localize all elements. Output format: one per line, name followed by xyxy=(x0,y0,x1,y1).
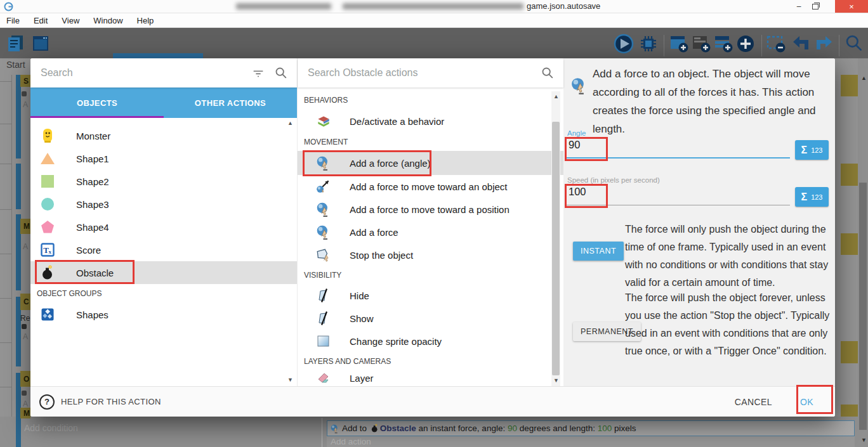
menu-edit[interactable]: Edit xyxy=(34,16,48,25)
tab-other-actions[interactable]: OTHER ACTIONS xyxy=(164,87,297,118)
action-text: pixels xyxy=(612,424,636,433)
toolbar-search-button[interactable] xyxy=(844,33,864,53)
event-text-fragment: A xyxy=(23,332,28,341)
actions-scrollbar-thumb[interactable] xyxy=(552,122,560,375)
minimize-button[interactable]: – xyxy=(791,0,807,13)
event-tick xyxy=(0,124,11,124)
list-item-score[interactable]: Score xyxy=(30,238,297,261)
debug-button[interactable] xyxy=(638,34,659,54)
title-bar: game.json.autosave – × xyxy=(0,0,868,13)
action-item-add-force[interactable]: Add a force xyxy=(298,221,563,243)
speed-expression-button[interactable]: Σ 123 xyxy=(795,187,829,207)
selected-action-row[interactable]: Add to Obstacle an instant force, angle:… xyxy=(327,420,855,436)
search-icon[interactable] xyxy=(541,66,555,80)
event-selection-bar xyxy=(16,417,21,447)
objects-list: Monster Shape1 Shape2 Shape3 Shape4 xyxy=(30,118,297,326)
scene-editor-button[interactable] xyxy=(30,33,51,53)
force-icon xyxy=(315,224,332,240)
scroll-down-icon[interactable]: ▼ xyxy=(861,437,867,443)
actions-scrollbar[interactable]: ▲ ▼ xyxy=(551,91,560,386)
scroll-up-icon[interactable]: ▲ xyxy=(861,75,867,81)
add-subevent-button[interactable] xyxy=(690,33,712,55)
angle-expression-button[interactable]: Σ 123 xyxy=(795,140,829,160)
action-item-stop-object[interactable]: Stop the object xyxy=(298,243,563,266)
action-text: Add to xyxy=(342,424,369,433)
search-icon[interactable] xyxy=(274,66,288,80)
instant-button[interactable]: INSTANT xyxy=(573,242,624,261)
action-item-show[interactable]: Show xyxy=(298,307,563,330)
show-icon xyxy=(316,311,331,326)
help-label: HELP FOR THIS ACTION xyxy=(61,397,161,406)
ok-button[interactable]: OK xyxy=(800,397,813,407)
action-item-hide[interactable]: Hide xyxy=(298,284,563,307)
action-item-add-force-angle[interactable]: Add a force (angle) xyxy=(298,151,563,175)
choose-event-type-button[interactable] xyxy=(735,33,756,55)
scroll-up-icon[interactable]: ▲ xyxy=(287,120,293,126)
list-item-obstacle[interactable]: Obstacle xyxy=(30,261,297,284)
object-search-input[interactable] xyxy=(30,67,251,79)
menu-window[interactable]: Window xyxy=(93,16,122,25)
action-item-deactivate-behavior[interactable]: De/activate a behavior xyxy=(298,109,563,133)
layer-icon xyxy=(316,370,331,385)
add-condition-placeholder[interactable]: Add condition xyxy=(24,423,78,433)
list-item-shape3[interactable]: Shape3 xyxy=(30,193,297,216)
close-button[interactable]: × xyxy=(835,0,868,13)
play-button[interactable] xyxy=(613,33,635,55)
delete-selection-button[interactable] xyxy=(765,33,787,55)
permanent-description: The force will push the object forever, … xyxy=(625,289,835,360)
help-for-action-button[interactable]: ? HELP FOR THIS ACTION xyxy=(39,394,161,410)
scroll-down-icon[interactable]: ▼ xyxy=(287,377,293,383)
event-tick xyxy=(0,387,11,387)
restore-button[interactable] xyxy=(807,0,824,13)
event-tick xyxy=(0,254,11,254)
angle-input[interactable] xyxy=(567,139,778,151)
speed-input[interactable] xyxy=(567,186,778,198)
events-scrollbar-thumb[interactable] xyxy=(859,183,867,430)
event-icon xyxy=(22,91,27,96)
redo-button[interactable] xyxy=(814,34,834,54)
action-text: an instant force, angle: xyxy=(416,424,508,433)
active-scene-tab[interactable] xyxy=(113,53,203,58)
cancel-button[interactable]: CANCEL xyxy=(735,397,772,407)
list-item-shapes-group[interactable]: Shapes xyxy=(30,303,297,326)
menu-file[interactable]: File xyxy=(6,16,20,25)
event-text-fragment: Re xyxy=(20,314,30,323)
action-item-force-toward-object[interactable]: Add a force to move toward an object xyxy=(298,175,563,198)
add-action-placeholder[interactable]: Add action xyxy=(327,436,855,447)
list-item-shape1[interactable]: Shape1 xyxy=(30,147,297,170)
event-tick xyxy=(0,81,11,82)
undo-button[interactable] xyxy=(791,34,811,54)
event-header-fragment xyxy=(841,164,858,186)
action-item-change-opacity[interactable]: Change sprite opacity xyxy=(298,330,563,353)
add-comment-button[interactable] xyxy=(713,33,734,55)
hide-icon xyxy=(316,288,331,303)
sigma-icon: Σ xyxy=(801,191,808,203)
menu-view[interactable]: View xyxy=(62,16,79,25)
filter-icon[interactable] xyxy=(251,66,265,80)
list-item-shape4[interactable]: Shape4 xyxy=(30,216,297,238)
scroll-down-icon[interactable]: ▼ xyxy=(553,378,559,384)
instant-description: The force will only push the object duri… xyxy=(625,221,835,292)
object-label: Shapes xyxy=(76,309,109,320)
scroll-up-icon[interactable]: ▲ xyxy=(553,94,559,100)
event-selection-bar xyxy=(16,164,21,209)
action-search-input[interactable] xyxy=(298,67,541,79)
tab-objects[interactable]: OBJECTS xyxy=(30,87,164,118)
action-label: Change sprite opacity xyxy=(350,336,442,347)
list-item-shape2[interactable]: Shape2 xyxy=(30,170,297,193)
event-tick xyxy=(0,164,11,164)
menu-help[interactable]: Help xyxy=(137,16,154,25)
action-item-force-toward-position[interactable]: Add a force to move toward a position xyxy=(298,198,563,221)
section-visibility: VISIBILITY xyxy=(298,266,563,284)
project-manager-button[interactable] xyxy=(5,33,25,53)
tab-start-page[interactable]: Start xyxy=(6,60,32,70)
action-item-layer[interactable]: Layer xyxy=(298,370,563,385)
event-icon xyxy=(22,324,27,329)
dialog-footer: ? HELP FOR THIS ACTION CANCEL OK xyxy=(30,386,835,417)
add-event-button[interactable] xyxy=(668,33,690,55)
action-label: Show xyxy=(350,313,374,324)
numbers-icon: 123 xyxy=(811,146,822,154)
action-description: Add a force to an object. The object wil… xyxy=(593,65,835,138)
event-header-fragment: M xyxy=(20,408,30,418)
list-item-monster[interactable]: Monster xyxy=(30,124,297,147)
